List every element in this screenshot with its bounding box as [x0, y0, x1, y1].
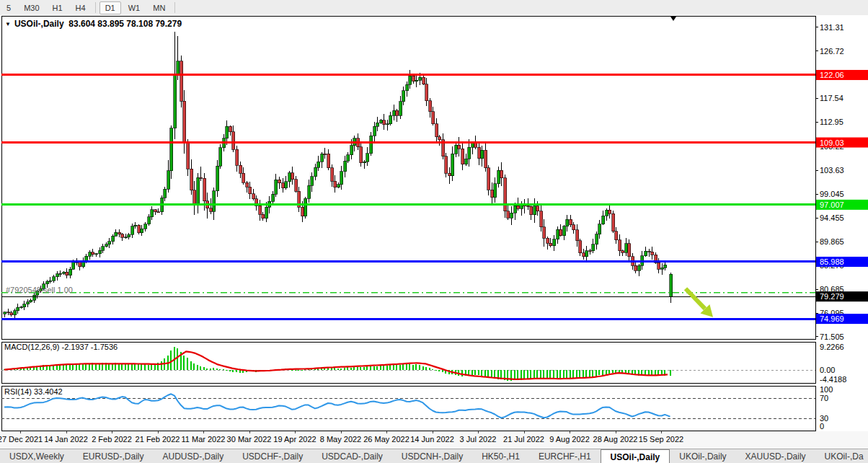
- candle-body: [396, 110, 399, 115]
- candle-body: [66, 272, 68, 275]
- candle-body: [546, 238, 549, 243]
- candle-body: [128, 234, 130, 237]
- candle-body: [252, 194, 255, 199]
- candle-body: [99, 250, 102, 253]
- candle-body: [484, 150, 487, 167]
- candle-body: [530, 206, 533, 214]
- tab-usdcad-daily[interactable]: USDCAD-,Daily: [312, 449, 392, 463]
- macd-bar: [134, 364, 136, 370]
- tab-usdcnh-daily[interactable]: USDCNH-,Daily: [392, 449, 472, 463]
- candle-body: [370, 136, 373, 154]
- candle-body: [621, 251, 624, 253]
- chart-canvas[interactable]: 131.31126.72117.54112.95108.22103.6399.0…: [0, 15, 868, 431]
- candle-body: [619, 240, 621, 251]
- candle-body: [180, 61, 183, 101]
- candle-body: [553, 239, 556, 246]
- tab-eurusd-daily[interactable]: EURUSD-,Daily: [74, 449, 154, 463]
- candle-body: [598, 224, 601, 234]
- macd-pane[interactable]: [1, 342, 815, 383]
- macd-bar: [396, 365, 397, 370]
- tab-hk50-h1[interactable]: HK50-,H1: [472, 449, 529, 463]
- candle-body: [239, 165, 242, 173]
- macd-bar: [422, 366, 424, 370]
- candle-body: [648, 251, 651, 252]
- rsi-pane[interactable]: [1, 386, 815, 431]
- date-axis[interactable]: 27 Dec 202114 Jan 20222 Feb 202221 Feb 2…: [0, 431, 868, 449]
- timeframe-button-m30[interactable]: M30: [18, 1, 45, 14]
- tab-usoil-daily[interactable]: USOil-,Daily: [601, 449, 670, 463]
- candle-body: [17, 307, 19, 310]
- candle-body: [461, 149, 464, 164]
- candle-body: [612, 213, 615, 231]
- level-price-badge-text: 85.988: [820, 257, 844, 266]
- tab-ukoil-daily[interactable]: UKOil-,Daily: [670, 449, 735, 463]
- macd-bar: [380, 366, 381, 370]
- tab-audusd-daily[interactable]: AUDUSD-,Daily: [153, 449, 233, 463]
- macd-bar: [213, 368, 214, 370]
- rsi-tick-label: 70: [820, 394, 828, 402]
- candle-body: [543, 227, 546, 238]
- candle-body: [497, 170, 500, 184]
- macd-bar: [523, 370, 525, 379]
- candle-body: [138, 225, 141, 232]
- candle-body: [144, 224, 147, 229]
- price-tick-label: 71.505: [820, 332, 844, 341]
- macd-bar: [373, 366, 375, 370]
- price-tick-label: 126.72: [820, 47, 844, 56]
- timeframe-button-mn[interactable]: MN: [147, 1, 171, 14]
- macd-bar: [608, 370, 610, 374]
- candle-body: [275, 180, 278, 194]
- candle-body: [664, 265, 667, 268]
- main-pane[interactable]: [1, 16, 815, 339]
- candle-body: [157, 212, 160, 213]
- chart-dropdown-icon[interactable]: ▼: [5, 21, 11, 27]
- candle-body: [295, 180, 298, 192]
- candle-body: [557, 229, 559, 239]
- macd-bar: [527, 370, 528, 379]
- candle-body: [7, 312, 10, 313]
- timeframe-button-5[interactable]: 5: [1, 1, 17, 14]
- candle-body: [670, 274, 673, 296]
- macd-bar: [170, 350, 172, 370]
- date-tick: [616, 431, 616, 433]
- tab-xauusd-daily[interactable]: XAUUSD-,Daily: [736, 449, 815, 463]
- macd-bar: [295, 370, 296, 371]
- rsi-indicator-header: RSI(14) 33.4042: [4, 387, 63, 396]
- candle-body: [487, 168, 490, 190]
- candle-body: [399, 102, 402, 115]
- candle-body: [4, 312, 6, 314]
- tab-eurchf-h1[interactable]: EURCHF-,H1: [529, 449, 601, 463]
- tab-usdx-weekly[interactable]: USDX,Weekly: [0, 449, 74, 463]
- tab-ukoil-da[interactable]: UKOil-,Da: [815, 449, 868, 463]
- candle-body: [415, 80, 418, 81]
- date-tick: [661, 431, 662, 433]
- macd-bar: [484, 370, 486, 376]
- candle-body: [360, 147, 363, 163]
- macd-bar: [648, 370, 650, 375]
- timeframe-toolbar: 5M30H1H4D1W1MN: [0, 0, 868, 15]
- candle-body: [481, 150, 484, 158]
- date-label: 14 Jan 2022: [44, 435, 88, 444]
- timeframe-button-h4[interactable]: H4: [70, 1, 92, 14]
- macd-bar: [138, 363, 139, 370]
- candle-body: [576, 230, 579, 241]
- candle-body: [386, 124, 389, 125]
- timeframe-button-h1[interactable]: H1: [47, 1, 68, 14]
- candle-body: [429, 101, 432, 112]
- candle-body: [30, 300, 32, 302]
- macd-bar: [200, 366, 201, 370]
- candle-body: [344, 161, 347, 172]
- candle-body: [134, 225, 137, 226]
- candle-body: [549, 243, 552, 245]
- candle-body: [131, 226, 134, 234]
- candle-body: [507, 211, 510, 218]
- candle-body: [465, 159, 468, 164]
- timeframe-button-d1[interactable]: D1: [99, 1, 121, 14]
- candle-body: [435, 124, 438, 137]
- date-label: 27 Dec 2021: [0, 435, 43, 444]
- timeframe-button-w1[interactable]: W1: [123, 1, 146, 14]
- candle-body: [563, 226, 566, 236]
- tab-usdchf-daily[interactable]: USDCHF-,Daily: [233, 449, 312, 463]
- candle-body: [170, 128, 173, 171]
- candle-body: [383, 120, 386, 125]
